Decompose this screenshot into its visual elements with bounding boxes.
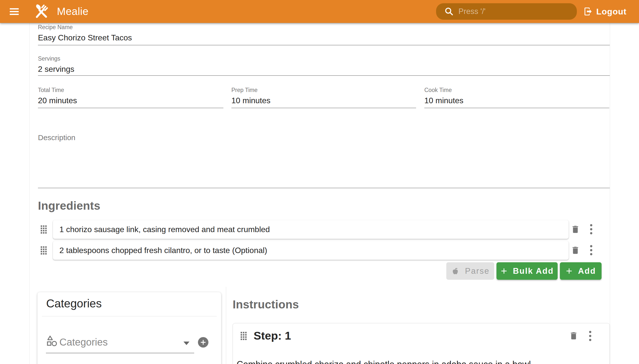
ingredient-input[interactable]: 1 chorizo sausage link, casing removed a… xyxy=(59,225,270,234)
plus-icon xyxy=(566,268,573,274)
parse-label: Parse xyxy=(465,266,490,276)
description-label: Description xyxy=(38,134,75,142)
total-time-field: Total Time 20 minutes xyxy=(38,87,224,108)
search-bar[interactable] xyxy=(436,3,577,20)
trash-icon xyxy=(569,331,578,341)
logout-button[interactable]: Logout xyxy=(583,7,626,16)
prep-time-field: Prep Time 10 minutes xyxy=(231,87,416,108)
delete-ingredient-button[interactable] xyxy=(571,245,580,255)
categories-card-title: Categories xyxy=(46,297,102,310)
prep-time-input[interactable]: 10 minutes xyxy=(231,96,416,105)
ingredient-input[interactable]: 2 tablespoons chopped fresh cilantro, or… xyxy=(59,246,267,255)
ingredients-heading: Ingredients xyxy=(38,199,100,212)
categories-select-underline xyxy=(46,353,194,353)
add-label: Add xyxy=(578,266,596,276)
step-text-input[interactable]: Combine crumbled chorizo and chipotle pe… xyxy=(237,359,533,364)
search-icon xyxy=(444,6,454,16)
logout-label: Logout xyxy=(596,7,626,16)
categories-select[interactable]: Categories xyxy=(59,336,108,348)
ingredient-row: 2 tablespoons chopped fresh cilantro, or… xyxy=(53,241,569,260)
servings-input[interactable]: 2 servings xyxy=(38,64,610,74)
delete-step-button[interactable] xyxy=(569,331,578,341)
bulk-add-button[interactable]: Bulk Add xyxy=(497,262,558,280)
recipe-name-field: Recipe Name Easy Chorizo Street Tacos xyxy=(38,24,610,46)
trash-icon xyxy=(571,245,580,255)
instructions-heading: Instructions xyxy=(233,298,299,311)
add-ingredient-button[interactable]: Add xyxy=(560,262,601,280)
servings-label: Servings xyxy=(38,55,610,62)
search-input[interactable] xyxy=(458,7,566,16)
total-time-label: Total Time xyxy=(38,87,224,93)
content-left-edge xyxy=(30,23,30,364)
delete-ingredient-button[interactable] xyxy=(571,224,580,234)
step-card: Step: 1 Combine crumbled chorizo and chi… xyxy=(233,323,610,364)
ingredient-drag-handle[interactable] xyxy=(41,246,47,254)
cook-time-label: Cook Time xyxy=(424,87,609,93)
app-title: Mealie xyxy=(57,6,89,18)
mealie-logo-icon xyxy=(33,3,50,20)
plus-icon xyxy=(200,339,206,346)
logout-icon xyxy=(583,7,593,16)
menu-icon[interactable] xyxy=(6,3,23,20)
app-bar: Mealie Logout xyxy=(0,0,639,23)
ingredient-menu-button[interactable] xyxy=(590,224,592,234)
step-drag-handle[interactable] xyxy=(241,332,247,340)
step-title: Step: 1 xyxy=(254,329,291,342)
total-time-input[interactable]: 20 minutes xyxy=(38,96,224,105)
recipe-name-input[interactable]: Easy Chorizo Street Tacos xyxy=(38,33,610,42)
categories-shape-icon xyxy=(47,335,57,346)
cook-time-field: Cook Time 10 minutes xyxy=(424,87,609,108)
categories-card: Categories Categories xyxy=(38,292,221,364)
servings-field: Servings 2 servings xyxy=(38,55,610,76)
cook-time-input[interactable]: 10 minutes xyxy=(424,96,609,105)
recipe-name-label: Recipe Name xyxy=(38,24,610,30)
column-divider xyxy=(226,287,226,364)
add-category-button[interactable] xyxy=(198,337,208,348)
trash-icon xyxy=(571,224,580,234)
content-right-edge xyxy=(610,23,610,364)
description-textarea[interactable] xyxy=(38,188,610,188)
plus-icon xyxy=(501,268,507,274)
ingredient-drag-handle[interactable] xyxy=(41,226,47,234)
apple-icon xyxy=(451,267,460,275)
card-divider xyxy=(42,316,217,316)
bulk-add-label: Bulk Add xyxy=(513,266,554,276)
ingredient-row: 1 chorizo sausage link, casing removed a… xyxy=(53,220,569,239)
parse-button[interactable]: Parse xyxy=(446,262,494,280)
chevron-down-icon[interactable] xyxy=(183,342,189,345)
step-menu-button[interactable] xyxy=(589,331,591,341)
prep-time-label: Prep Time xyxy=(231,87,416,93)
ingredient-menu-button[interactable] xyxy=(590,245,592,255)
recipe-editor-page: Mealie Logout Recipe Name Easy Chorizo S… xyxy=(0,0,639,364)
